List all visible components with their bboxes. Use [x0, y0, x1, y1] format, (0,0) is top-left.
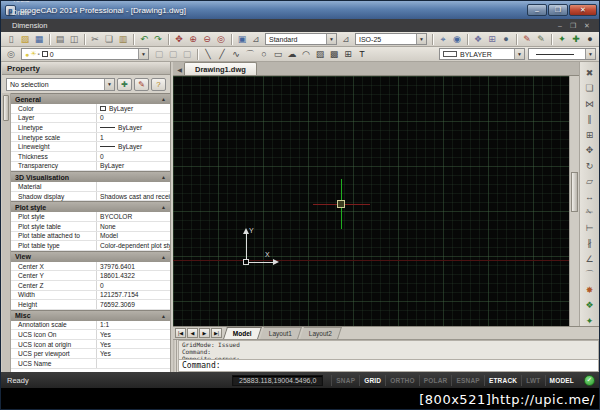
collapse-icon[interactable]: ▲: [161, 96, 166, 102]
property-value[interactable]: None: [97, 222, 170, 231]
sketch-icon[interactable]: ✎: [534, 33, 548, 46]
render-icon[interactable]: ●: [499, 33, 513, 46]
stretch-icon[interactable]: ↔: [582, 189, 597, 205]
cut-icon[interactable]: ✂: [88, 33, 102, 46]
copy-entity-icon[interactable]: ❏: [582, 81, 597, 97]
save-icon[interactable]: ▦: [32, 33, 46, 46]
zoom-window-icon[interactable]: ◎: [214, 33, 228, 46]
text-icon[interactable]: T: [355, 48, 369, 61]
toggle-esnap[interactable]: ESNAP: [451, 375, 483, 386]
view-control-icon[interactable]: ✚: [569, 33, 583, 46]
menu-dimension[interactable]: Dimension: [7, 19, 59, 32]
property-value[interactable]: ByLayer: [97, 104, 170, 113]
layer-combo[interactable]: ● ☀ ▪ 0 ▼: [21, 48, 149, 60]
property-value[interactable]: Yes: [97, 330, 170, 339]
layer-explore-icon[interactable]: ◎: [4, 48, 18, 61]
revcloud-icon[interactable]: ☁: [285, 48, 299, 61]
scrollbar-thumb[interactable]: [3, 95, 9, 121]
section-header[interactable]: View▲: [11, 251, 170, 262]
plot-preview-icon[interactable]: ◫: [67, 33, 81, 46]
circle-icon[interactable]: ○: [257, 48, 271, 61]
mirror-icon[interactable]: ⋈: [582, 96, 597, 112]
property-value[interactable]: Yes: [97, 340, 170, 349]
region-icon[interactable]: ▩: [327, 48, 341, 61]
maximize-button[interactable]: ❐: [548, 4, 568, 16]
help-button[interactable]: ?: [151, 78, 166, 91]
toggle-lwt[interactable]: LWT: [521, 375, 544, 386]
entity-snap-icon[interactable]: ◉: [450, 33, 464, 46]
property-value[interactable]: 1:1: [97, 321, 170, 330]
ellipse-icon[interactable]: ◠: [299, 48, 313, 61]
polyline-icon[interactable]: ∿: [229, 48, 243, 61]
section-header[interactable]: Plot style▲: [11, 201, 170, 212]
property-value[interactable]: [97, 182, 170, 191]
property-value[interactable]: ByLayer: [97, 123, 170, 132]
property-value[interactable]: 0: [97, 114, 170, 123]
edit-hatch-icon[interactable]: ❖: [582, 298, 597, 314]
command-window-grip[interactable]: [173, 340, 177, 373]
pan-icon[interactable]: ✥: [172, 33, 186, 46]
explode-icon[interactable]: ✸: [582, 282, 597, 298]
style-manager-icon[interactable]: ⊿: [249, 33, 263, 46]
toggle-ortho[interactable]: ORTHO: [385, 375, 418, 386]
property-value[interactable]: Model: [97, 232, 170, 241]
break-icon[interactable]: ∦: [582, 236, 597, 252]
xref-icon[interactable]: ⊞: [485, 33, 499, 46]
toggle-model[interactable]: MODEL: [545, 375, 578, 386]
scrollbar-thumb[interactable]: [571, 172, 578, 212]
title-bar[interactable]: p progeCAD 2014 Professional - [Drawing1…: [1, 1, 600, 19]
canvas-vscrollbar[interactable]: [569, 76, 579, 326]
menu-draw[interactable]: Draw: [7, 6, 59, 19]
toggle-polar[interactable]: POLAR: [419, 375, 452, 386]
undo-icon[interactable]: ↶: [137, 33, 151, 46]
table-icon[interactable]: ⊞: [341, 48, 355, 61]
layout-nav-button[interactable]: ▶: [199, 328, 210, 338]
print-icon[interactable]: ▤: [53, 33, 67, 46]
layer-prev-icon[interactable]: ▢: [152, 48, 166, 61]
section-header[interactable]: Misc▲: [11, 310, 170, 321]
property-value[interactable]: 1: [97, 133, 170, 142]
group-icon[interactable]: ❖: [471, 33, 485, 46]
property-value[interactable]: Shadows cast and recei...: [97, 192, 170, 201]
layer-match-icon[interactable]: ▢: [180, 48, 194, 61]
construction-line-icon[interactable]: ╱: [215, 48, 229, 61]
command-history[interactable]: GridMode: IssuedCommand:Opposite corner:: [178, 340, 599, 360]
section-header[interactable]: 3D Visualisation▲: [11, 171, 170, 182]
property-value[interactable]: [97, 359, 170, 368]
toggle-etrack[interactable]: ETRACK: [484, 375, 521, 386]
minimize-button[interactable]: –: [527, 4, 547, 16]
scale-icon[interactable]: ▱: [582, 174, 597, 190]
tab-scroll-left-icon[interactable]: ◀: [175, 64, 184, 75]
new-icon[interactable]: ▯: [4, 33, 18, 46]
line-icon[interactable]: ╲: [201, 48, 215, 61]
paste-icon[interactable]: ▥: [116, 33, 130, 46]
property-value[interactable]: 0: [97, 152, 170, 161]
collapse-icon[interactable]: ▲: [161, 313, 166, 319]
array-icon[interactable]: ⊞: [582, 127, 597, 143]
linetype-combo[interactable]: ▼: [528, 48, 596, 60]
collapse-icon[interactable]: ▲: [161, 254, 166, 260]
dimstyle-icon[interactable]: ⊿: [339, 33, 353, 46]
close-button[interactable]: ✕: [569, 4, 597, 16]
property-value[interactable]: Color-dependent plot style: [97, 241, 170, 250]
pick-entity-button[interactable]: ✎: [134, 78, 149, 91]
esnap-settings-icon[interactable]: ⌖: [436, 33, 450, 46]
section-header[interactable]: General▲: [11, 93, 170, 104]
property-value[interactable]: ByLayer: [97, 142, 170, 151]
toggle-snap[interactable]: SNAP: [331, 375, 359, 386]
property-scrollbar[interactable]: [2, 93, 11, 372]
layer-state-icon[interactable]: ▢: [166, 48, 180, 61]
rectangle-icon[interactable]: ▭: [271, 48, 285, 61]
arc-icon[interactable]: ⌒: [243, 48, 257, 61]
property-value[interactable]: BYCOLOR: [97, 212, 170, 221]
collapse-icon[interactable]: ▲: [161, 204, 166, 210]
dim-style-combo[interactable]: ISO-25▼: [355, 33, 427, 45]
drawing-canvas[interactable]: Y X: [173, 76, 569, 326]
command-input[interactable]: Command:: [178, 360, 599, 372]
trim-icon[interactable]: ✁: [582, 205, 597, 221]
property-value[interactable]: Yes: [97, 349, 170, 358]
tab-drawing1[interactable]: Drawing1.dwg: [184, 62, 257, 75]
quick-select-button[interactable]: ✚: [117, 78, 132, 91]
move-icon[interactable]: ✥: [582, 143, 597, 159]
collapse-icon[interactable]: ▲: [161, 174, 166, 180]
